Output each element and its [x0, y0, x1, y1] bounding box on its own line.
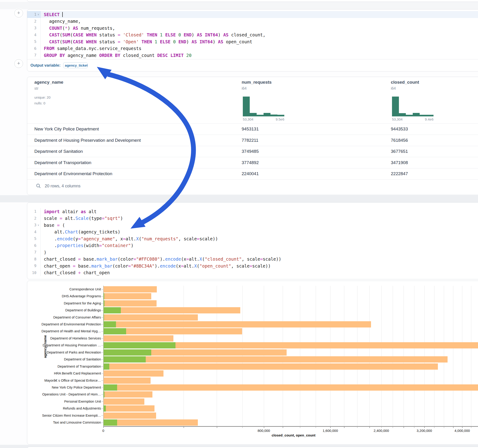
table-row: Department of Housing Preservation and D… [27, 135, 478, 146]
line-number: 10 [27, 271, 37, 275]
x-axis-tick-label: 800,000 [258, 429, 270, 433]
y-tick [101, 311, 103, 311]
y-axis-label: Department for the Aging [34, 301, 101, 305]
x-axis-tick-label: 4,000,000 [454, 429, 470, 433]
fold-chevron-icon[interactable]: ∨ [37, 13, 40, 16]
table-cell: 9453131 [242, 126, 259, 132]
gridline [424, 286, 425, 426]
column-header: agency_name [34, 80, 63, 85]
output-variable-badge[interactable]: agency_tickets [63, 62, 88, 68]
line-number: 6 [27, 46, 37, 51]
bar-open_count [104, 363, 109, 370]
bar-closed_count [104, 398, 144, 405]
table-cell: 7618456 [391, 138, 408, 143]
y-tick [101, 416, 103, 416]
bar-closed_count [104, 286, 157, 292]
bar-open_count [104, 314, 104, 321]
gridline [444, 286, 444, 426]
y-axis-label: Mayorâ€ s Office of Special Enforce… [34, 379, 101, 382]
line-number: 1 [27, 12, 37, 17]
y-axis-label: HRA Benefit Card Replacement [34, 372, 101, 375]
column-header: num_requests [242, 80, 272, 85]
line-number: 5 [27, 236, 37, 241]
gridline [369, 286, 370, 426]
table-cell: Department of Environmental Protection [34, 171, 112, 176]
code-line: 7GROUP BY agency_name ORDER BY closed_co… [27, 52, 478, 59]
x-tick [369, 427, 370, 428]
y-axis-label: Department of Transportation [34, 365, 101, 368]
bar-closed_count [104, 321, 371, 328]
x-tick [316, 427, 316, 428]
table-cell: New York City Police Department [34, 126, 99, 132]
gridline [344, 286, 344, 426]
y-axis-label: Senior Citizen Rent Increase Exempti… [34, 414, 101, 417]
x-tick [103, 427, 104, 428]
bar-closed_count [104, 293, 151, 299]
y-axis-label: Department of Health and Mental Hyg… [34, 329, 101, 333]
x-tick [217, 427, 217, 428]
x-tick [242, 427, 243, 428]
code-line: 1import altair as alt [27, 208, 478, 215]
python-code-cell[interactable]: 1import altair as alt2scale = alt.Scale(… [27, 202, 478, 279]
fold-chevron-icon[interactable]: ∨ [37, 224, 40, 226]
y-tick [101, 401, 103, 402]
table-cell: Department of Housing Preservation and D… [34, 138, 141, 143]
x-tick [183, 427, 184, 428]
sql-code-editor[interactable]: 1∨SELECT 2 agency_name,3 COUNT(*) AS num… [27, 9, 478, 59]
code-line: 9chart_open = base.mark_bar(color="#8BC3… [27, 262, 478, 269]
python-code-editor[interactable]: 1import altair as alt2scale = alt.Scale(… [27, 203, 478, 276]
gridline [381, 286, 382, 426]
column-histogram [392, 97, 434, 116]
gap-strip-top [0, 2, 478, 9]
histogram-bar [243, 97, 250, 116]
y-tick [101, 395, 103, 395]
output-variable-row: Output variable: agency_tickets [27, 59, 478, 71]
histogram-bar [427, 115, 434, 116]
y-tick [101, 360, 103, 360]
bar-open_count [104, 342, 176, 348]
table-cell: 3471908 [391, 160, 408, 165]
x-tick [344, 427, 345, 428]
line-number: 7 [27, 53, 37, 57]
divider [27, 179, 478, 180]
histogram-bar [257, 115, 264, 116]
line-number: 8 [27, 257, 37, 261]
y-axis-label: Correspondence Unit [34, 287, 101, 291]
x-tick [424, 427, 425, 428]
sql-code-cell[interactable]: 1∨SELECT 2 agency_name,3 COUNT(*) AS num… [27, 9, 478, 71]
bar-closed_count [104, 384, 478, 391]
code-line: 4 CAST(SUM(CASE WHEN status = 'Closed' T… [27, 31, 478, 38]
bar-open_count [104, 419, 117, 426]
code-line: 5 .encode(y="agency_name", x=alt.X("num_… [27, 235, 478, 242]
gridline [283, 286, 283, 426]
bar-open_count [104, 300, 104, 306]
search-icon[interactable] [36, 183, 41, 188]
y-tick [101, 324, 103, 324]
table-cell: Department of Sanitation [34, 149, 83, 154]
add-cell-button[interactable]: + [14, 59, 23, 68]
x-axis-title: closed_count, open_count [272, 433, 315, 437]
bar-open_count [104, 307, 121, 313]
code-line: 5 CAST(SUM(CASE WHEN status = 'Open' THE… [27, 38, 478, 45]
y-axis-label: New York City Police Department [34, 386, 101, 389]
bar-closed_count [104, 314, 198, 321]
gridline [393, 286, 393, 426]
table-cell: 3749485 [242, 149, 259, 154]
y-axis-label: Personal Exemption Unit [34, 400, 101, 403]
x-tick [403, 427, 404, 428]
x-tick [264, 427, 264, 428]
line-number: 4 [27, 33, 37, 37]
y-axis-label: Department of Consumer Affairs [34, 316, 101, 319]
x-tick [330, 427, 331, 428]
table-row: Department of Environmental Protection22… [27, 168, 478, 179]
histogram-bar [406, 115, 413, 116]
bar-closed_count [104, 405, 155, 412]
histogram-range-labels: 53,3049.5e6 [243, 117, 284, 121]
table-cell: 3677651 [391, 149, 408, 154]
x-axis-tick-label: 0 [102, 429, 104, 433]
x-axis-tick-label: 3,200,000 [417, 429, 432, 433]
histogram-range-labels: 53,3049.4e6 [392, 117, 434, 121]
add-cell-button[interactable]: + [14, 9, 23, 18]
histogram-bar [420, 115, 427, 116]
table-cell: Department of Transportation [34, 160, 91, 165]
